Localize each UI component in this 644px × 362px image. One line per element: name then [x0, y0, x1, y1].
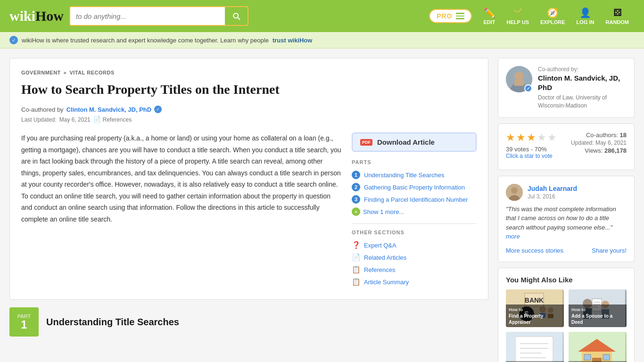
other-references[interactable]: 📋 References	[352, 263, 477, 276]
stats-top: ★ ★ ★ ★ ★ 39 votes - 70% Click a star to…	[506, 132, 627, 159]
breadcrumb-cat2[interactable]: VITAL RECORDS	[69, 70, 114, 75]
votes-percent: 70%	[535, 146, 547, 153]
also-item-3[interactable]: How to	[506, 332, 564, 362]
article-title: How to Search Property Titles on the Int…	[21, 81, 477, 98]
toc-parts-label: PARTS	[352, 159, 477, 165]
also-like-title: You Might Also Like	[506, 276, 627, 284]
summary-icon: 📋	[352, 278, 360, 286]
co-authored-by-label: Co-authored by:	[538, 66, 627, 73]
updated-stat: Updated: May 6, 2021	[571, 140, 627, 146]
reviewer-date: Jul 3, 2016	[528, 193, 555, 200]
main-container: GOVERNMENT » VITAL RECORDS How to Search…	[0, 49, 644, 362]
article-meta: Co-authored by Clinton M. Sandvick, JD, …	[21, 106, 477, 113]
search-button[interactable]	[225, 7, 248, 25]
toc-item-3[interactable]: 3 Finding a Parcel Identification Number	[352, 193, 477, 206]
star-2[interactable]: ★	[516, 132, 526, 144]
co-authored-label: Co-authored by	[21, 106, 64, 113]
views-value: 286,178	[604, 147, 627, 154]
toc-item-1[interactable]: 1 Understanding Title Searches	[352, 169, 477, 181]
svg-rect-36	[603, 354, 610, 360]
nav-explore[interactable]: 🧭 EXPLORE	[535, 5, 571, 27]
article-text: If you are purchasing real property (a.k…	[21, 132, 342, 288]
toc-show-more[interactable]: + Show 1 more...	[352, 206, 477, 218]
article-body: If you are purchasing real property (a.k…	[21, 132, 477, 288]
review-text: "This was the most complete information …	[506, 205, 627, 241]
login-icon: 👤	[579, 7, 591, 18]
other-related-label: Related Articles	[364, 254, 406, 261]
click-to-vote[interactable]: Click a star to vote	[506, 153, 557, 159]
star-4[interactable]: ★	[537, 132, 546, 144]
nav-random-label: RANDOM	[606, 19, 629, 25]
breadcrumb-cat1[interactable]: GOVERNMENT	[21, 70, 61, 75]
toc-item-2[interactable]: 2 Gathering Basic Property Information	[352, 181, 477, 193]
other-refs-label: References	[364, 266, 395, 273]
part-label: Part	[17, 313, 31, 319]
breadcrumb-sep: »	[64, 70, 67, 75]
author-verified-icon: ✓	[154, 106, 162, 113]
other-article-summary[interactable]: 📋 Article Summary	[352, 276, 477, 288]
other-summary-label: Article Summary	[364, 279, 409, 286]
download-article-button[interactable]: PDF Download Article	[352, 132, 477, 152]
author-card-info: Co-authored by: Clinton M. Sandvick, JD,…	[538, 66, 627, 110]
nav-random[interactable]: ⚄ RANDOM	[600, 5, 635, 27]
sidebar-author-name: Clinton M. Sandvick, JD, PhD	[538, 74, 627, 92]
svg-point-1	[514, 72, 524, 81]
star-1[interactable]: ★	[506, 132, 515, 144]
also-item-2[interactable]: How to Add a Spouse to a Deed	[569, 289, 627, 327]
part1-badge: Part 1	[9, 307, 39, 337]
toc-item-3-label: Finding a Parcel Identification Number	[364, 196, 468, 203]
stars-row: ★ ★ ★ ★ ★	[506, 132, 557, 144]
review-text-content: "This was the most complete information …	[506, 206, 616, 231]
download-label: Download Article	[377, 138, 435, 146]
author-verified-badge: ✓	[524, 84, 532, 92]
nav-login-label: LOG IN	[577, 19, 594, 25]
main-nav: ✏️ EDIT 🌱 HELP US 🧭 EXPLORE 👤 LOG IN ⚄ R…	[478, 5, 635, 27]
also-thumb-2: How to Add a Spouse to a Deed	[569, 289, 627, 327]
nav-edit[interactable]: ✏️ EDIT	[478, 5, 501, 27]
refs-link-label: References	[103, 116, 132, 123]
more-success-link[interactable]: More success stories	[506, 247, 563, 254]
also-item-1[interactable]: BANK $ How to Find a Proper	[506, 289, 564, 327]
search-bar	[69, 6, 248, 26]
house-illustration	[569, 332, 625, 362]
toc-num-2: 2	[352, 183, 360, 191]
toc-num-1: 1	[352, 171, 360, 179]
article-card: GOVERNMENT » VITAL RECORDS How to Search…	[9, 58, 488, 300]
coauthors-label: Co-authors:	[586, 132, 618, 139]
also-thumb-1: BANK $ How to Find a Proper	[506, 289, 564, 327]
site-logo[interactable]: wikiHow	[9, 8, 64, 24]
toc-other-label: OTHER SECTIONS	[352, 230, 477, 235]
nav-login[interactable]: 👤 LOG IN	[571, 5, 600, 27]
other-expert-qa[interactable]: ❓ Expert Q&A	[352, 239, 477, 251]
also-thumb-1-label: How to Find a Property Appraiser	[506, 304, 564, 327]
author-link[interactable]: Clinton M. Sandvick, JD, PhD	[66, 106, 152, 113]
pro-badge[interactable]: PRO	[429, 9, 472, 23]
part1-header: Part 1 Understanding Title Searches	[9, 307, 488, 337]
star-5[interactable]: ★	[547, 132, 557, 144]
nav-help-us[interactable]: 🌱 HELP US	[501, 5, 535, 27]
author-card-header: ✓ Co-authored by: Clinton M. Sandvick, J…	[506, 66, 627, 110]
also-thumb-2-label: How to Add a Spouse to a Deed	[569, 304, 627, 327]
author-sidebar-card: ✓ Co-authored by: Clinton M. Sandvick, J…	[498, 58, 635, 118]
reviewer-name[interactable]: Judah Learnard	[528, 185, 577, 192]
content-area: GOVERNMENT » VITAL RECORDS How to Search…	[9, 58, 488, 362]
svg-rect-35	[584, 354, 591, 360]
votes-count: 39 votes	[506, 146, 529, 153]
toc-num-3: 3	[352, 195, 360, 204]
pdf-icon: PDF	[360, 139, 372, 146]
references-icon: 📋	[352, 265, 360, 274]
share-yours-link[interactable]: Share yours!	[592, 247, 627, 254]
refs-doc-icon: 📄	[93, 116, 101, 123]
other-related-articles[interactable]: 📄 Related Articles	[352, 251, 477, 263]
toc-item-2-label: Gathering Basic Property Information	[364, 184, 465, 191]
part-num: 1	[21, 319, 27, 330]
views-label: Views:	[585, 147, 603, 154]
trust-link[interactable]: trust wikiHow	[272, 37, 313, 44]
also-item-4[interactable]: How to	[569, 332, 627, 362]
trust-text-before: wikiHow is where trusted research and ex…	[22, 37, 269, 44]
review-more-link[interactable]: more	[506, 233, 520, 240]
search-input[interactable]	[70, 8, 225, 24]
hamburger-icon	[456, 13, 464, 19]
references-link[interactable]: 📄 References	[93, 116, 132, 123]
star-3[interactable]: ★	[527, 132, 536, 144]
